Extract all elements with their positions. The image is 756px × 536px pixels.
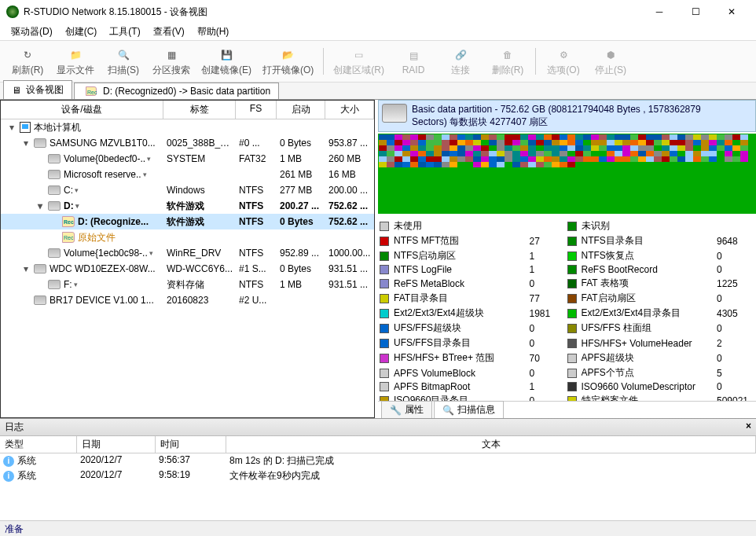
info-icon: i	[3, 456, 14, 467]
device-tree[interactable]: ▾本地计算机▾SAMSUNG MZVLB1T0...0025_388B_9...…	[1, 119, 374, 417]
tree-row[interactable]: ▾本地计算机	[1, 119, 374, 135]
dropdown-icon[interactable]: ▾	[143, 171, 147, 178]
log-header: 类型 日期 时间 文本	[0, 436, 756, 453]
maximize-button[interactable]: ☐	[677, 0, 714, 24]
toolbar-button[interactable]: 🔍扫描(S)	[101, 44, 146, 79]
recognized-icon	[62, 232, 75, 243]
toolbar-button: 🔗连接	[438, 44, 483, 79]
dropdown-icon[interactable]: ▾	[75, 202, 79, 210]
header-fs[interactable]: FS	[236, 101, 277, 119]
legend-item: NTFS LogFile1	[380, 263, 567, 276]
toolbar-button[interactable]: 📁显示文件	[52, 44, 99, 79]
legend-item: ReFS BootRecord0	[567, 263, 755, 276]
menu-item[interactable]: 帮助(H)	[191, 24, 236, 40]
legend-item: FAT 表格项1225	[567, 276, 755, 291]
log-panel: 日志 × 类型 日期 时间 文本 i系统2020/12/79:56:378m 1…	[0, 418, 756, 520]
log-row[interactable]: i系统2020/12/79:56:378m 12s 的 D: 扫描已完成	[0, 453, 756, 468]
tree-row[interactable]: ▾SAMSUNG MZVLB1T0...0025_388B_9...#0 ...…	[1, 135, 374, 151]
tree-row[interactable]: F:▾资料存储NTFS1 MB931.51 ...	[1, 277, 374, 292]
toolbar-icon: ↻	[19, 46, 36, 64]
legend-item: UFS/FFS目录条目0	[380, 336, 567, 351]
toolbar-button[interactable]: ▦分区搜索	[148, 44, 195, 79]
legend-item: APFS个节点5	[567, 365, 755, 380]
header-size[interactable]: 大小	[325, 101, 374, 119]
dropdown-icon[interactable]: ▾	[149, 249, 153, 257]
tab-scan-info[interactable]: 🔍 扫描信息	[434, 401, 504, 419]
toolbar-icon: ▭	[350, 46, 368, 64]
log-header-date[interactable]: 日期	[77, 436, 156, 453]
toolbar-button[interactable]: 💾创建镜像(E)	[196, 44, 256, 79]
expand-caret[interactable]: ▾	[21, 263, 31, 274]
expand-caret[interactable]: ▾	[35, 200, 45, 211]
tree-row[interactable]: Volume{0bedecf0-..▾SYSTEMFAT321 MB260 MB	[1, 151, 374, 167]
window-title: R-STUDIO Network 8.15.180015 - 设备视图	[24, 6, 641, 19]
toolbar-button: ⚙选项(O)	[541, 44, 586, 79]
toolbar-icon: 📂	[280, 46, 297, 64]
view-tabs: 🖥 设备视图 D: (Recognized0) -> Basic data pa…	[0, 83, 756, 100]
header-device[interactable]: 设备/磁盘	[1, 101, 163, 119]
drive-icon	[382, 104, 407, 123]
log-header-time[interactable]: 时间	[156, 436, 226, 453]
tab-label: D: (Recognized0) -> Basic data partition	[103, 86, 270, 97]
tab-device-view[interactable]: 🖥 设备视图	[3, 80, 72, 99]
menu-item[interactable]: 查看(V)	[147, 24, 191, 40]
log-close-icon[interactable]: ×	[746, 420, 751, 434]
rec-icon	[86, 86, 97, 96]
log-header-text[interactable]: 文本	[226, 436, 756, 453]
scan-map[interactable]	[378, 134, 756, 214]
log-row[interactable]: i系统2020/12/79:58:19文件枚举在9秒内完成	[0, 468, 756, 483]
header-label[interactable]: 标签	[163, 101, 236, 119]
status-text: 准备	[5, 523, 24, 534]
tree-row[interactable]: D: (Recognize...软件游戏NTFS0 Bytes752.62 ..…	[1, 214, 374, 229]
menu-item[interactable]: 创建(C)	[59, 24, 104, 40]
legend-item: 未使用	[380, 218, 567, 233]
legend-item: ISO9660 VolumeDescriptor0	[567, 380, 755, 393]
toolbar-icon: ▦	[163, 46, 180, 64]
toolbar-icon: ⚙	[555, 46, 572, 64]
expand-caret[interactable]: ▾	[7, 122, 17, 133]
menubar: 驱动器(D)创建(C)工具(T)查看(V)帮助(H)	[0, 24, 756, 41]
tree-row[interactable]: 原始文件	[1, 229, 374, 245]
header-start[interactable]: 启动	[277, 101, 325, 119]
tree-row[interactable]: Volume{1ecb0c98-..▾WinRE_DRVNTFS952.89 .…	[1, 245, 374, 261]
drive-icon	[48, 154, 61, 163]
legend-item: UFS/FFS 柱面组0	[567, 321, 755, 336]
legend-item: FAT启动扇区0	[567, 291, 755, 306]
legend-item: FAT目录条目77	[380, 291, 567, 306]
legend-item: NTFS启动扇区1	[380, 248, 567, 263]
drive-icon	[48, 201, 61, 211]
log-header-type[interactable]: 类型	[0, 436, 77, 453]
toolbar-icon: 📁	[67, 46, 84, 64]
tab-properties[interactable]: 🔧 属性	[381, 401, 432, 419]
menu-item[interactable]: 工具(T)	[103, 24, 146, 40]
drive-icon	[48, 248, 61, 258]
expand-caret[interactable]: ▾	[21, 138, 31, 149]
tree-row[interactable]: C:▾WindowsNTFS277 MB200.00 ...	[1, 182, 374, 198]
tree-row[interactable]: Microsoft reserve..▾261 MB16 MB	[1, 167, 374, 182]
minimize-button[interactable]: ─	[641, 0, 677, 24]
close-button[interactable]: ✕	[714, 0, 750, 24]
toolbar-icon: 🔗	[452, 46, 469, 64]
legend-item: APFS BitmapRoot1	[380, 380, 567, 393]
tree-row[interactable]: ▾D:▾软件游戏NTFS200.27 ...752.62 ...	[1, 198, 374, 214]
legend-item: ISO9660目录条目0	[380, 393, 567, 401]
toolbar-button[interactable]: ↻刷新(R)	[5, 44, 50, 79]
scan-legend: 未使用未识别NTFS MFT范围27NTFS目录条目9648NTFS启动扇区1N…	[378, 215, 756, 401]
legend-item: UFS/FFS超级块0	[380, 321, 567, 336]
toolbar-icon: 🔍	[115, 46, 132, 64]
log-titlebar: 日志 ×	[0, 419, 756, 436]
legend-item: 特定档案文件509021	[567, 393, 755, 401]
dropdown-icon[interactable]: ▾	[74, 281, 78, 288]
log-title: 日志	[5, 420, 746, 434]
legend-item: HFS/HFS+ VolumeHeader2	[567, 336, 755, 351]
menu-item[interactable]: 驱动器(D)	[5, 24, 59, 40]
info-tabs: 🔧 属性 🔍 扫描信息	[378, 401, 756, 418]
tree-row[interactable]: ▾WDC WD10EZEX-08W...WD-WCC6Y6...#1 S...0…	[1, 261, 374, 277]
log-body[interactable]: i系统2020/12/79:56:378m 12s 的 D: 扫描已完成i系统2…	[0, 453, 756, 520]
tree-row[interactable]: BR17 DEVICE V1.00 1...20160823#2 U...	[1, 292, 374, 308]
tab-recognized[interactable]: D: (Recognized0) -> Basic data partition	[74, 83, 279, 99]
toolbar-button[interactable]: 📂打开镜像(O)	[258, 44, 318, 79]
dropdown-icon[interactable]: ▾	[147, 155, 151, 163]
dropdown-icon[interactable]: ▾	[75, 186, 79, 194]
info-icon: i	[3, 471, 14, 482]
